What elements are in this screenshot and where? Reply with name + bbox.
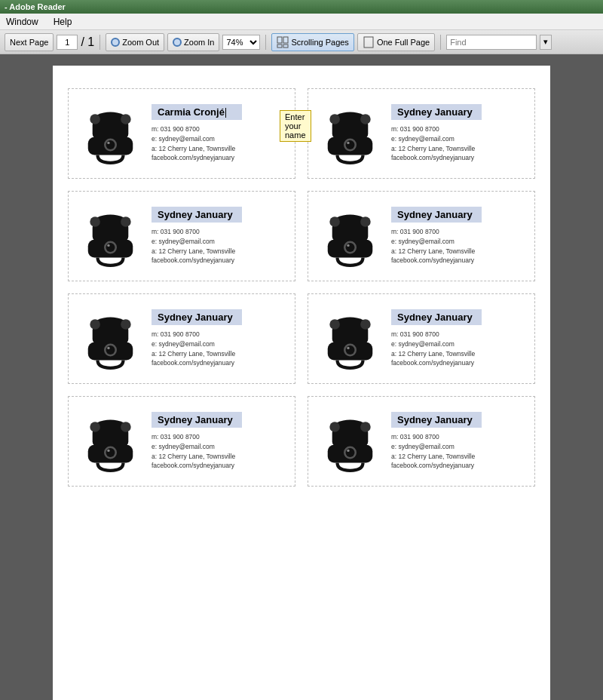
card-info: Sydney Januarym: 031 900 8700 e: sydney@…: [152, 412, 287, 471]
card-facebook: facebook.com/sydneyjanuary: [152, 358, 287, 368]
card-info: Sydney Januarym: 031 900 8700 e: sydney@…: [391, 309, 527, 368]
card-address: a: 12 Cherry Lane, Townsville: [391, 349, 527, 359]
svg-point-10: [90, 114, 100, 124]
find-input[interactable]: [446, 35, 537, 50]
scrolling-pages-icon: [277, 36, 289, 48]
phone-icon: [76, 407, 144, 475]
svg-point-58: [90, 422, 100, 432]
svg-point-12: [107, 141, 109, 143]
toolbar: Next Page / 1 Zoom Out Zoom In 74% 50% 1…: [0, 30, 603, 54]
zoom-select[interactable]: 74% 50% 100% 125% 150%: [222, 35, 260, 50]
business-card: Sydney Januarym: 031 900 8700 e: sydney@…: [68, 396, 295, 487]
card-address: a: 12 Cherry Lane, Townsville: [391, 144, 527, 154]
svg-point-44: [107, 346, 109, 348]
card-email: e: sydney@email.com: [391, 237, 527, 247]
card-info: Sydney Januarym: 031 900 8700 e: sydney@…: [391, 412, 527, 471]
card-name[interactable]: Carmia Cronjé: [152, 104, 242, 120]
cards-grid: Carmia Cronjém: 031 900 8700 e: sydney@e…: [68, 88, 535, 487]
card-info: Sydney Januarym: 031 900 8700 e: sydney@…: [391, 207, 527, 266]
separator-3: [440, 35, 441, 50]
card-name: Sydney January: [152, 309, 242, 325]
svg-point-50: [329, 319, 340, 330]
phone-icon: [316, 407, 384, 475]
svg-point-27: [121, 216, 131, 227]
card-name: Sydney January: [152, 207, 242, 223]
phone-icon: [76, 202, 144, 270]
card-phone: m: 031 900 8700: [391, 432, 527, 442]
svg-point-66: [329, 422, 340, 432]
svg-point-33: [345, 243, 354, 252]
one-full-page-icon: [363, 36, 375, 48]
next-page-button[interactable]: Next Page: [5, 33, 54, 51]
card-address: a: 12 Cherry Lane, Townsville: [391, 452, 527, 462]
card-details: m: 031 900 8700 e: sydney@email.com a: 1…: [152, 330, 287, 368]
svg-rect-1: [283, 37, 288, 43]
svg-point-65: [345, 448, 354, 457]
business-card: Sydney Januarym: 031 900 8700 e: sydney@…: [308, 191, 535, 281]
card-details: m: 031 900 8700 e: sydney@email.com a: 1…: [152, 227, 287, 266]
app-title: - Adobe Reader: [5, 2, 66, 11]
menu-window[interactable]: Window: [3, 15, 41, 29]
scrolling-pages-button[interactable]: Scrolling Pages: [271, 33, 354, 51]
svg-rect-3: [283, 45, 288, 48]
card-address: a: 12 Cherry Lane, Townsville: [391, 247, 527, 256]
card-email: e: sydney@email.com: [152, 134, 287, 144]
business-card: Sydney Januarym: 031 900 8700 e: sydney@…: [308, 396, 535, 487]
page-number-input[interactable]: [57, 35, 78, 50]
svg-point-41: [106, 345, 115, 355]
zoom-out-icon: [111, 38, 120, 47]
menu-help[interactable]: Help: [51, 15, 75, 29]
card-name: Sydney January: [391, 412, 482, 428]
card-address: a: 12 Cherry Lane, Townsville: [152, 144, 287, 154]
svg-point-35: [360, 216, 371, 227]
find-dropdown-button[interactable]: ▾: [540, 35, 552, 50]
business-card: Sydney Januarym: 031 900 8700 e: sydney@…: [68, 191, 295, 281]
svg-rect-0: [277, 37, 282, 43]
svg-point-67: [360, 422, 371, 432]
phone-icon: [316, 305, 384, 373]
svg-point-43: [121, 319, 131, 330]
card-email: e: sydney@email.com: [391, 134, 527, 144]
card-email: e: sydney@email.com: [391, 442, 527, 452]
one-full-page-button[interactable]: One Full Page: [357, 33, 435, 51]
card-details: m: 031 900 8700 e: sydney@email.com a: 1…: [391, 432, 527, 471]
business-card: Sydney Januarym: 031 900 8700 e: sydney@…: [308, 293, 535, 384]
card-name: Sydney January: [391, 309, 482, 325]
card-facebook: facebook.com/sydneyjanuary: [391, 256, 527, 266]
card-facebook: facebook.com/sydneyjanuary: [391, 153, 527, 163]
page-separator: / 1: [81, 35, 94, 49]
svg-point-49: [345, 345, 354, 355]
viewer[interactable]: Carmia Cronjém: 031 900 8700 e: sydney@e…: [0, 54, 603, 700]
svg-point-42: [90, 319, 100, 330]
card-phone: m: 031 900 8700: [152, 432, 287, 442]
card-facebook: facebook.com/sydneyjanuary: [391, 358, 527, 368]
svg-point-19: [360, 114, 371, 124]
separator-2: [265, 35, 266, 50]
svg-point-59: [121, 422, 131, 432]
svg-point-26: [90, 216, 100, 227]
zoom-out-button[interactable]: Zoom Out: [106, 33, 164, 51]
menu-bar: Window Help: [0, 14, 603, 30]
zoom-in-button[interactable]: Zoom In: [167, 33, 219, 51]
svg-point-36: [347, 244, 349, 246]
card-info: Sydney Januarym: 031 900 8700 e: sydney@…: [152, 207, 287, 266]
svg-point-28: [107, 244, 109, 246]
svg-point-20: [347, 141, 349, 143]
card-address: a: 12 Cherry Lane, Townsville: [152, 452, 287, 462]
card-info: Sydney Januarym: 031 900 8700 e: sydney@…: [391, 104, 527, 163]
card-phone: m: 031 900 8700: [391, 330, 527, 339]
svg-point-34: [329, 216, 340, 227]
title-bar: - Adobe Reader: [0, 0, 603, 14]
svg-point-68: [347, 449, 349, 451]
svg-rect-2: [277, 45, 282, 48]
phone-icon: [316, 202, 384, 270]
pdf-page: Carmia Cronjém: 031 900 8700 e: sydney@e…: [53, 66, 550, 700]
phone-icon: [76, 100, 144, 167]
svg-point-11: [121, 114, 131, 124]
card-details: m: 031 900 8700 e: sydney@email.com a: 1…: [152, 124, 287, 163]
card-email: e: sydney@email.com: [391, 339, 527, 349]
card-phone: m: 031 900 8700: [152, 330, 287, 339]
svg-point-9: [106, 140, 115, 149]
phone-icon: [76, 305, 144, 373]
svg-point-60: [107, 449, 109, 451]
